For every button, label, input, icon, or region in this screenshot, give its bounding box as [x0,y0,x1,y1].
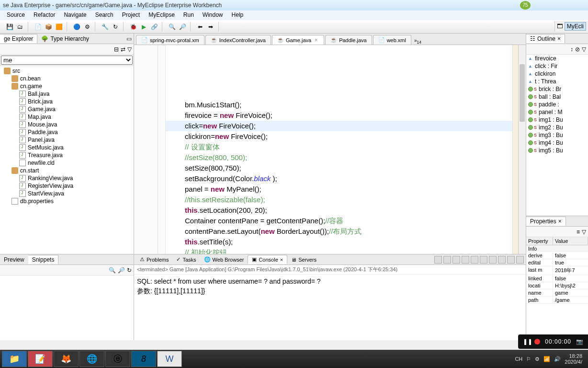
new-icon[interactable]: 📄 [33,22,43,32]
server-icon[interactable]: ⚙ [82,22,92,32]
categories-icon[interactable]: ≡ [577,229,580,235]
save-icon[interactable]: 💾 [5,22,14,32]
web-browser-tab[interactable]: 🌐Web Browser [200,255,248,264]
volume-icon[interactable]: 🔊 [554,356,561,362]
display-console-icon[interactable] [489,256,497,264]
editor-tab-active[interactable]: ☕Game.java× [272,35,324,45]
editor-tab[interactable]: 📄spring-mvc-protal.xm [136,35,204,45]
taskbar-chrome[interactable]: 🌐 [79,351,104,367]
properties-tab[interactable]: Properties× [526,217,566,226]
close-tab-icon[interactable]: × [313,37,319,43]
filter-icon[interactable]: ▽ [582,46,586,53]
record-icon[interactable] [534,339,540,345]
menu-myeclipse[interactable]: MyEclipse [145,11,179,20]
minimize-view-icon[interactable]: ▭ [124,35,134,42]
external-icon[interactable]: 🔗 [149,22,159,32]
package-icon[interactable]: 📦 [44,22,53,32]
terminate-icon[interactable] [434,256,442,264]
open-perspective-icon[interactable]: 🗔 [557,23,563,30]
build-icon[interactable]: 🔧 [100,22,110,32]
save-all-icon[interactable]: 🗂 [15,22,25,32]
sort-icon[interactable]: ↕ [570,46,573,53]
zoom-out-icon[interactable]: 🔍 [109,267,116,274]
perspective-switcher[interactable]: 🗔 MyEcli [554,21,588,32]
minimize-icon[interactable] [507,256,515,264]
ime-indicator[interactable]: CH [515,356,522,362]
run-icon[interactable]: ▶ [139,22,148,32]
editor-tab[interactable]: 📄web.xml [373,35,411,45]
close-icon[interactable]: × [280,257,283,263]
taskbar-firefox[interactable]: 🦊 [54,351,79,367]
package-explorer-tree[interactable]: src cn.bean cn.game Ball.java Brick.java… [0,66,134,254]
properties-table[interactable]: PropertyValue Info derivefalse editaltru… [526,237,588,340]
hide-fields-icon[interactable]: ⊘ [575,46,580,53]
tab-overflow-count[interactable]: »14 [414,38,421,45]
overview-ruler[interactable] [512,45,518,254]
scroll-lock-icon[interactable] [471,256,478,264]
menu-run[interactable]: Run [180,11,198,20]
editor-tab[interactable]: ☕Paddle.java [325,35,372,45]
open-type-icon[interactable]: 🔍 [167,22,177,32]
search-icon[interactable]: 🔎 [178,22,187,32]
taskbar-notes[interactable]: 📝 [28,351,53,367]
refresh-icon[interactable]: ↻ [111,22,120,32]
debug-icon[interactable]: 🐞 [128,22,138,32]
remove-launch-icon[interactable] [443,256,451,264]
method-icon [528,125,533,130]
fold-gutter[interactable] [158,45,166,254]
snippets-tab[interactable]: Snippets [28,255,59,264]
menu-window[interactable]: Window [199,11,227,20]
tray-icon[interactable]: ⚙ [535,356,540,362]
deploy-icon[interactable]: 🔵 [72,22,81,32]
remove-all-icon[interactable] [452,256,460,264]
link-editor-icon[interactable]: ⇄ [121,46,125,53]
view-menu-icon[interactable]: ▽ [127,46,132,53]
close-icon[interactable]: × [558,218,562,225]
pin-console-icon[interactable] [480,256,487,264]
class-icon[interactable]: 🟧 [54,22,64,32]
menu-search[interactable]: Search [91,11,117,20]
menu-refactor[interactable]: Refactor [30,11,59,20]
clear-console-icon[interactable] [462,256,469,264]
close-icon[interactable]: × [557,35,561,42]
taskbar-app[interactable]: 8 [131,351,156,367]
taskbar-word[interactable]: W [157,351,182,367]
taskbar-ie[interactable]: ⓔ [105,351,130,367]
vertical-scrollbar[interactable] [518,45,526,254]
tray-icon[interactable]: ⚐ [526,356,531,362]
menu-help[interactable]: Help [228,11,248,20]
servers-tab[interactable]: 🖥Servers [287,256,320,264]
refresh-icon[interactable]: ↻ [127,267,132,274]
code-content[interactable]: bm.Music1Start(); firevoice = new FireVo… [185,100,512,254]
network-icon[interactable]: 📶 [543,356,550,362]
system-tray[interactable]: CH ⚐ ⚙ 📶 🔊 18:28 2020/4/ [515,353,586,365]
scrollbar-thumb[interactable] [520,64,525,122]
maximize-icon[interactable] [516,256,524,264]
screen-recorder-widget[interactable]: ❚❚ 00:00:00 📷 [518,334,588,349]
console-tab[interactable]: ▣Console× [248,255,287,264]
open-console-icon[interactable] [498,256,506,264]
back-icon[interactable]: ⬅ [195,22,205,32]
menu-project[interactable]: Project [118,11,144,20]
package-explorer-tab[interactable]: ge Explorer [0,34,37,43]
camera-icon[interactable]: 📷 [576,338,583,345]
collapse-all-icon[interactable]: ⊟ [114,46,119,53]
outline-view[interactable]: ▲firevoice ▲click : Fir ▲clickiron ▲t : … [526,55,588,216]
pause-icon[interactable]: ❚❚ [523,338,530,345]
code-editor[interactable]: bm.Music1Start(); firevoice = new FireVo… [134,45,526,254]
preview-tab[interactable]: Preview [0,255,28,264]
console-output[interactable]: SQL: select * from user where username= … [134,275,526,340]
filter-icon[interactable]: ▽ [582,229,586,235]
forward-icon[interactable]: ➡ [206,22,215,32]
problems-tab[interactable]: ⚠Problems [136,255,172,264]
zoom-in-icon[interactable]: 🔎 [118,267,125,274]
menu-source[interactable]: Source [3,11,29,20]
editor-tab[interactable]: ☕IndexController.java [205,35,271,45]
taskbar-explorer[interactable]: 📁 [2,351,27,367]
perspective-myeclipse[interactable]: MyEcli [565,22,586,31]
menu-navigate[interactable]: Navigate [60,11,90,20]
working-set-select[interactable]: me [1,56,133,65]
type-hierarchy-tab[interactable]: 🌳Type Hierarchy [37,34,93,43]
tasks-tab[interactable]: ✓Tasks [172,255,200,264]
outline-tab[interactable]: ☷Outline× [526,34,565,43]
